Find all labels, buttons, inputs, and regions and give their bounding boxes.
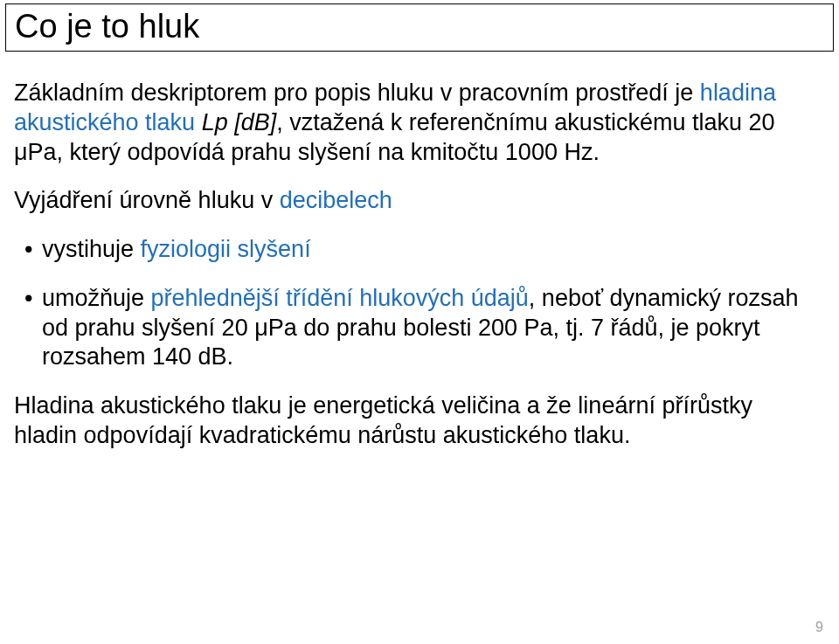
link-trideni: přehlednější třídění hlukových údajů — [151, 285, 529, 311]
intro-mid — [195, 109, 202, 135]
bullet-2-pre: umožňuje — [42, 285, 151, 311]
footer-paragraph: Hladina akustického tlaku je energetická… — [14, 391, 811, 451]
intro-pre: Základním deskriptorem pro popis hluku v… — [14, 80, 700, 106]
bullet-1-pre: vystihuje — [42, 236, 141, 262]
lp-symbol: Lp [dB] — [202, 109, 277, 135]
page-number: 9 — [815, 620, 823, 635]
slide-title: Co je to hluk — [15, 8, 824, 45]
bullet-1: vystihuje fyziologii slyšení — [24, 235, 811, 265]
slide-content: Základním deskriptorem pro popis hluku v… — [14, 79, 811, 470]
link-decibelech: decibelech — [280, 187, 392, 213]
title-box: Co je to hluk — [5, 3, 834, 52]
decibel-paragraph: Vyjádření úrovně hluku v decibelech — [14, 186, 811, 216]
bullet-list: vystihuje fyziologii slyšení umožňuje př… — [14, 235, 811, 372]
link-fyziologii: fyziologii slyšení — [141, 236, 311, 262]
intro-paragraph: Základním deskriptorem pro popis hluku v… — [14, 79, 811, 167]
decibel-pre: Vyjádření úrovně hluku v — [14, 187, 280, 213]
bullet-2: umožňuje přehlednější třídění hlukových … — [24, 284, 811, 372]
